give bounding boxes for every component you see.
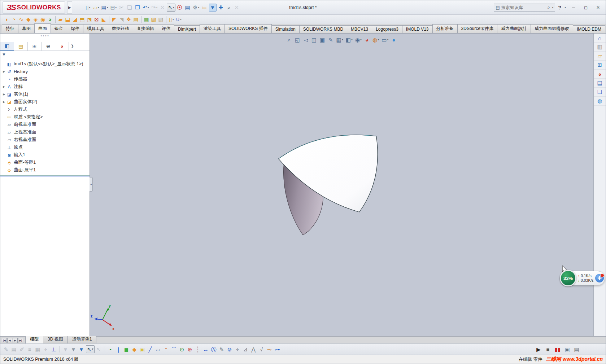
coordinate-system-icon[interactable]: ⊥ bbox=[50, 345, 57, 353]
propertymanager-tab[interactable]: ▤ bbox=[14, 42, 28, 51]
sep-b[interactable] bbox=[105, 346, 105, 352]
file-explorer-icon[interactable]: ▱ bbox=[594, 52, 606, 61]
knit-surface-icon[interactable]: ❖ bbox=[125, 16, 132, 23]
trim-surface-icon[interactable]: ◤ bbox=[111, 16, 118, 23]
command-tab[interactable]: 模具工具 bbox=[83, 24, 108, 33]
command-tab[interactable]: SOLIDWORKS 插件 bbox=[224, 24, 272, 33]
document-tab[interactable]: 模型 bbox=[25, 335, 43, 343]
rollback-bar[interactable] bbox=[0, 175, 90, 176]
layer-icon[interactable]: ≡ bbox=[26, 345, 34, 353]
command-tab[interactable]: 直接编辑 bbox=[133, 24, 158, 33]
help-button[interactable]: ? bbox=[558, 5, 561, 10]
line-format-icon[interactable]: ✐ bbox=[18, 345, 26, 353]
sep3[interactable] bbox=[141, 16, 141, 23]
freeform-surface-icon[interactable]: ◕ bbox=[47, 16, 54, 23]
filter-multi-icon[interactable]: ▼ bbox=[70, 345, 77, 353]
replace-face-icon[interactable]: ⬔ bbox=[86, 16, 93, 23]
command-tab[interactable]: 草图 bbox=[18, 24, 35, 33]
swept-surface-icon[interactable]: ∿ bbox=[18, 16, 25, 23]
traffic-light-icon[interactable]: ⦿ bbox=[176, 4, 183, 12]
command-tab[interactable]: IMOLD EDM bbox=[573, 25, 605, 33]
filter-surface-finish-icon[interactable]: √ bbox=[258, 345, 265, 353]
select-tool-icon[interactable]: ↖▾ bbox=[86, 345, 95, 353]
command-tab[interactable]: 焊件 bbox=[67, 24, 83, 33]
filter-settings-icon[interactable]: ≔ bbox=[201, 4, 208, 12]
panel-grip[interactable]: ●●●● bbox=[0, 34, 90, 36]
filter-datums-icon[interactable]: ⊿ bbox=[242, 345, 249, 353]
panel-collapse-handle[interactable]: ◂ bbox=[90, 177, 93, 192]
tree-item[interactable]: ▶ A 注解 bbox=[0, 83, 90, 91]
tree-item[interactable]: ▶ ◪ 曲面实体(2) bbox=[0, 98, 90, 106]
ruled-surface-icon[interactable]: ◢ bbox=[71, 16, 79, 23]
filter-notes-icon[interactable]: ✎ bbox=[218, 345, 226, 353]
revolved-surface-icon[interactable]: ◔ bbox=[10, 16, 18, 23]
search-dropdown-caret[interactable]: ▾ bbox=[552, 6, 553, 9]
command-tab[interactable]: 威力曲面設計 bbox=[497, 24, 531, 33]
thicken-icon[interactable]: ▦ bbox=[143, 16, 150, 23]
snap-icon[interactable]: ⌖ bbox=[42, 345, 49, 353]
select-arrow-icon[interactable]: ↖▾ bbox=[167, 4, 175, 12]
appearances-icon[interactable]: ◕ bbox=[594, 70, 606, 79]
close-button[interactable]: ✕ bbox=[593, 4, 603, 11]
accelerator-ball-icon[interactable]: ✚ bbox=[595, 274, 604, 282]
configurationmanager-tab[interactable]: ⊞ bbox=[28, 42, 42, 51]
animation-wizard-button[interactable]: ▤ bbox=[573, 345, 580, 353]
design-library-icon[interactable]: ▥ bbox=[594, 43, 606, 52]
dimxpertmanager-tab[interactable]: ⊕ bbox=[42, 42, 55, 51]
last-tab-button[interactable]: ▶| bbox=[18, 338, 23, 343]
network-speed-widget[interactable]: 33% ↑0.1K/s ↓0.03K/s ✚ bbox=[560, 271, 605, 285]
document-tab[interactable]: 运动算例1 bbox=[67, 335, 97, 343]
filter-centerline-icon[interactable]: ┆ bbox=[195, 345, 202, 353]
new-document-icon[interactable]: ▯▾ bbox=[84, 4, 92, 12]
command-tab[interactable]: 威力曲面結構修改 bbox=[531, 24, 573, 33]
pause-record-button[interactable]: ▮▮ bbox=[554, 345, 562, 353]
featuremanager-tab[interactable]: ◧ bbox=[0, 42, 14, 51]
extruded-surface-icon[interactable]: ◗ bbox=[3, 16, 10, 23]
command-tab[interactable]: MBCV13 bbox=[347, 25, 372, 33]
extend-surface-icon[interactable]: ◣ bbox=[100, 16, 108, 23]
detail-list-icon[interactable]: ▤ bbox=[184, 4, 191, 12]
redo-icon[interactable]: ↷▾ bbox=[151, 4, 158, 12]
magnified-selection-icon[interactable]: ✚ bbox=[217, 4, 224, 12]
command-tab[interactable]: 钣金 bbox=[51, 24, 67, 33]
tree-item[interactable]: ◙ 输入1 bbox=[0, 151, 90, 159]
graphics-viewport[interactable]: ⌕ ◱ ◅ ◫ ▣ ✎ ▦▾ ◧▾ ◉▾ ◕ bbox=[90, 34, 593, 336]
prev-tab-button[interactable]: ◀ bbox=[7, 338, 12, 343]
next-tab-button[interactable]: ▶ bbox=[13, 338, 18, 343]
filter-weld-symbols-icon[interactable]: ⋀ bbox=[250, 345, 257, 353]
stop-button[interactable]: ■ bbox=[544, 345, 551, 353]
3dexperience-icon[interactable]: ◍ bbox=[594, 97, 606, 106]
sep2[interactable] bbox=[109, 16, 109, 23]
first-tab-button[interactable]: |◀ bbox=[2, 338, 7, 343]
knowledge-search-input[interactable] bbox=[501, 5, 546, 10]
delete-face-icon[interactable]: ⬒ bbox=[79, 16, 86, 23]
command-tab[interactable]: 渲染工具 bbox=[200, 24, 225, 33]
forum-icon[interactable]: ❏ bbox=[594, 88, 606, 97]
tree-item[interactable]: ▶ ↺ History bbox=[0, 68, 90, 75]
tree-item[interactable]: ⬙ 曲面-展平1 bbox=[0, 166, 90, 174]
edit-sketch-icon[interactable]: ✎ bbox=[3, 345, 10, 353]
sep1[interactable] bbox=[55, 16, 56, 23]
command-tab[interactable]: 曲面 bbox=[34, 23, 51, 33]
reference-geometry-icon[interactable]: ▯▾ bbox=[168, 16, 175, 23]
filter-toggle-icon[interactable]: ▼ bbox=[62, 345, 69, 353]
search-magnifier-icon[interactable]: ⌕ bbox=[225, 4, 232, 12]
print-icon[interactable]: ⊟▾ bbox=[110, 4, 118, 12]
menu-expand-arrow[interactable]: ▶ bbox=[67, 1, 72, 14]
paste-icon[interactable]: ❐ bbox=[134, 4, 141, 12]
grid-icon[interactable]: ▦ bbox=[34, 345, 42, 353]
cancel-rebuild-icon[interactable]: ✕ bbox=[159, 4, 166, 12]
maximize-button[interactable]: ◻ bbox=[581, 4, 590, 11]
tree-item[interactable]: ▶ ◪ 实体(1) bbox=[0, 91, 90, 98]
tree-filter-icon[interactable]: ▼ bbox=[2, 52, 6, 57]
flatten-surface-icon[interactable]: ▤ bbox=[132, 16, 140, 23]
sep4[interactable] bbox=[166, 16, 166, 23]
undo-icon[interactable]: ↶▾ bbox=[142, 4, 150, 12]
copy-icon[interactable]: ❏ bbox=[126, 4, 133, 12]
close-toolbar-icon[interactable]: ✕ bbox=[233, 4, 240, 12]
command-tab[interactable]: 3DSource零件库 bbox=[457, 24, 497, 33]
minimize-button[interactable]: ─ bbox=[569, 4, 578, 11]
command-tab[interactable]: 特征 bbox=[2, 24, 18, 33]
command-tab[interactable]: SOLIDWORKS MBD bbox=[299, 25, 347, 33]
filter-faces-icon[interactable]: ◼ bbox=[123, 345, 130, 353]
